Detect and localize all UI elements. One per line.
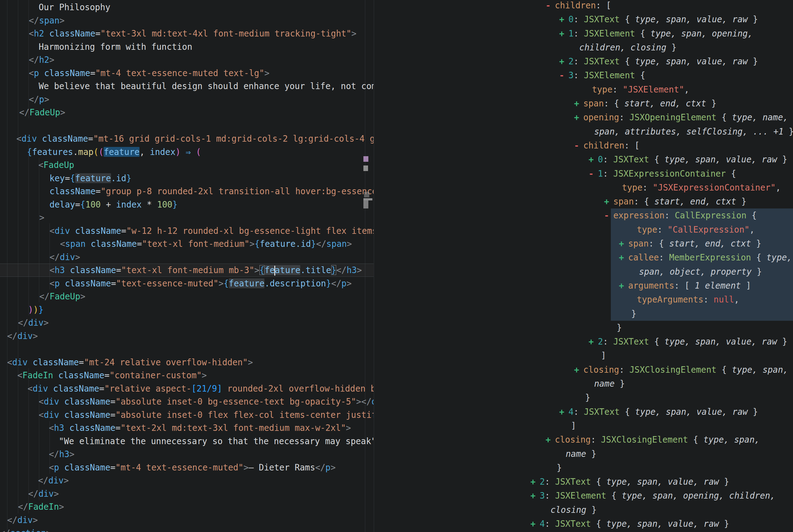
code-line[interactable]: </h3>	[0, 448, 374, 461]
ast-node-row[interactable]: +2: JSXText { type, span, value, raw }	[374, 335, 793, 348]
code-line[interactable]: We believe that beautiful design should …	[0, 79, 374, 93]
code-line[interactable]: </FadeIn>	[0, 500, 374, 513]
expand-icon[interactable]: +	[559, 405, 568, 419]
collapse-icon[interactable]: -	[574, 138, 583, 152]
ast-node-row[interactable]: +closing: JSXClosingElement { type, span…	[374, 363, 793, 377]
code-line[interactable]: </div>	[0, 329, 374, 343]
code-line[interactable]: <p className="mt-4 text-essence-muted te…	[0, 66, 374, 80]
code-line[interactable]	[0, 342, 374, 356]
expand-icon[interactable]: +	[530, 517, 540, 531]
ast-node-row[interactable]: +callee: MemberExpression { type,	[374, 250, 793, 264]
ast-node-row[interactable]: +2: JSXText { type, span, value, raw }	[374, 54, 793, 68]
collapse-icon[interactable]: -	[546, 0, 555, 12]
expand-icon[interactable]: +	[619, 250, 628, 264]
ast-node-row[interactable]: span, object, property }	[374, 265, 793, 279]
code-line[interactable]: ))}	[0, 303, 374, 317]
code-line[interactable]: </section>	[0, 527, 374, 532]
expand-icon[interactable]: +	[559, 54, 568, 68]
ast-node-row[interactable]: +0: JSXText { type, span, value, raw }	[374, 12, 793, 26]
code-line-current[interactable]: <h3 className="text-xl font-medium mb-3"…	[0, 264, 374, 277]
expand-icon[interactable]: +	[588, 335, 598, 348]
code-line[interactable]: </div>	[0, 513, 374, 527]
expand-icon[interactable]: +	[588, 152, 598, 166]
code-line[interactable]: <div className="w-12 h-12 rounded-xl bg-…	[0, 224, 374, 238]
code-line[interactable]: <div className="mt-16 grid grid-cols-1 m…	[0, 132, 374, 145]
code-line[interactable]: "We eliminate the unnecessary so that th…	[0, 435, 374, 448]
ast-node-row[interactable]: type: "JSXElement",	[374, 82, 793, 96]
ast-node-row[interactable]: +opening: JSXOpeningElement { type, name…	[374, 110, 793, 124]
expand-icon[interactable]: +	[619, 236, 628, 250]
expand-icon[interactable]: +	[574, 110, 583, 124]
code-line[interactable]: className="group p-8 rounded-2xl transit…	[0, 185, 374, 198]
ast-node-row[interactable]: -3: JSXElement {	[374, 68, 793, 82]
ast-node-row[interactable]: +span: { start, end, ctxt }	[374, 96, 793, 110]
expand-icon[interactable]: +	[530, 475, 540, 489]
expand-icon[interactable]: +	[546, 433, 555, 446]
code-line[interactable]: <div className="absolute inset-0 flex fl…	[0, 408, 374, 422]
expand-icon[interactable]: +	[559, 12, 568, 26]
ast-tree-pane[interactable]: -children: [+0: JSXText { type, span, va…	[374, 0, 793, 532]
ast-node-row[interactable]: children, closing }	[374, 40, 793, 54]
code-line[interactable]: key={feature.id}	[0, 172, 374, 185]
ast-node-row[interactable]: -expression: CallExpression {	[374, 208, 793, 222]
code-line[interactable]: <div className="mt-24 relative overflow-…	[0, 356, 374, 369]
ast-node-row[interactable]: +0: JSXText { type, span, value, raw }	[374, 152, 793, 166]
ast-node-row[interactable]: }	[374, 391, 793, 404]
ast-node-row[interactable]: name }	[374, 447, 793, 461]
ast-node-row[interactable]: }	[374, 321, 793, 335]
code-line[interactable]: {features.map((feature, index) ⇒ (	[0, 145, 374, 159]
ast-node-row[interactable]: +span: { start, end, ctxt }	[374, 194, 793, 208]
ast-node-row[interactable]: +2: JSXText { type, span, value, raw }	[374, 475, 793, 489]
code-line[interactable]: </div>	[0, 487, 374, 500]
code-line[interactable]: Harmonizing form with function	[0, 40, 374, 54]
ast-node-row[interactable]: typeArguments: null,	[374, 292, 793, 306]
ast-node-row[interactable]: ]	[374, 348, 793, 362]
ast-node-row[interactable]: +closing: JSXClosingElement { type, span…	[374, 433, 793, 446]
expand-icon[interactable]: +	[604, 194, 613, 208]
ast-node-row[interactable]: -children: [	[374, 138, 793, 152]
code-line[interactable]: <p className="text-essence-muted">{featu…	[0, 277, 374, 290]
ast-node-row[interactable]: closing }	[374, 503, 793, 517]
expand-icon[interactable]: +	[574, 96, 583, 110]
code-line[interactable]: Our Philosophy	[0, 1, 374, 14]
expand-icon[interactable]: +	[574, 363, 583, 377]
code-line[interactable]: <div className="absolute inset-0 bg-esse…	[0, 395, 374, 408]
ast-node-row[interactable]: +3: JSXElement { type, span, opening, ch…	[374, 489, 793, 502]
code-line[interactable]: <span className="text-xl font-medium">{f…	[0, 237, 374, 250]
code-line[interactable]: </div>	[0, 316, 374, 329]
code-line[interactable]: <p className="mt-4 text-essence-muted">—…	[0, 461, 374, 474]
code-line[interactable]: </div>	[0, 474, 374, 487]
ast-node-row[interactable]: }	[374, 307, 793, 321]
ast-node-row[interactable]: type: "JSXExpressionContainer",	[374, 180, 793, 194]
code-line[interactable]: <FadeIn className="container-custom">	[0, 369, 374, 382]
code-line[interactable]: <FadeUp	[0, 158, 374, 172]
collapse-icon[interactable]: -	[559, 68, 568, 82]
code-editor-pane[interactable]: Our Philosophy</span><h2 className="text…	[0, 0, 374, 532]
expand-icon[interactable]: +	[530, 489, 540, 502]
code-line[interactable]: >	[0, 211, 374, 224]
code-line[interactable]: </span>	[0, 14, 374, 27]
ast-node-row[interactable]: +arguments: [ 1 element ]	[374, 279, 793, 292]
ast-node-row[interactable]: span, attributes, selfClosing, ... +1 }	[374, 125, 793, 138]
ast-node-row[interactable]: +1: JSXElement { type, span, opening,	[374, 26, 793, 40]
collapse-icon[interactable]: -	[604, 208, 613, 222]
expand-icon[interactable]: +	[619, 279, 628, 292]
ast-node-row[interactable]: +4: JSXText { type, span, value, raw }	[374, 517, 793, 531]
code-line[interactable]: <h3 className="text-2xl md:text-3xl font…	[0, 421, 374, 435]
ast-node-row[interactable]: -children: [	[374, 0, 793, 12]
code-line[interactable]: delay={100 + index * 100}	[0, 198, 374, 211]
code-line[interactable]: </div>	[0, 250, 374, 264]
code-line[interactable]: </p>	[0, 93, 374, 106]
code-line[interactable]: <h2 className="text-3xl md:text-4xl font…	[0, 27, 374, 40]
ast-node-row[interactable]: name }	[374, 377, 793, 391]
code-line[interactable]	[0, 119, 374, 132]
ast-node-row[interactable]: type: "CallExpression",	[374, 223, 793, 236]
expand-icon[interactable]: +	[559, 26, 568, 40]
collapse-icon[interactable]: -	[588, 167, 598, 180]
ast-node-row[interactable]: ]	[374, 419, 793, 433]
ast-node-row[interactable]: +4: JSXText { type, span, value, raw }	[374, 405, 793, 419]
ast-node-row[interactable]: +span: { start, end, ctxt }	[374, 236, 793, 250]
ast-node-row[interactable]: -1: JSXExpressionContainer {	[374, 167, 793, 180]
code-line[interactable]: </FadeUp>	[0, 290, 374, 303]
ast-node-row[interactable]: }	[374, 461, 793, 475]
